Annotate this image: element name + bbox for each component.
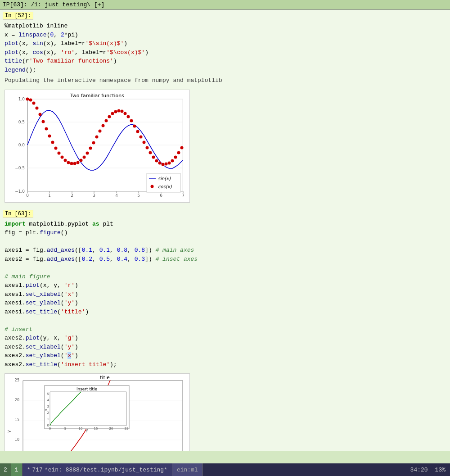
svg-text:x: x <box>44 408 48 411</box>
svg-point-72 <box>155 159 158 162</box>
svg-point-61 <box>121 109 124 113</box>
svg-point-51 <box>89 146 92 150</box>
svg-point-44 <box>67 161 70 164</box>
svg-point-59 <box>114 110 117 113</box>
svg-point-32 <box>29 98 32 101</box>
plot1-svg: Two familiar functions 1.0 0.5 0 <box>5 90 189 200</box>
svg-point-55 <box>102 124 105 127</box>
cell-52: In [52]: %matplotlib inline x = linspace… <box>0 10 450 208</box>
svg-point-80 <box>180 146 184 149</box>
svg-point-62 <box>124 112 127 115</box>
svg-point-40 <box>54 146 58 150</box>
svg-point-58 <box>111 112 114 115</box>
svg-text:insert title: insert title <box>76 387 98 391</box>
svg-point-45 <box>70 162 73 165</box>
svg-text:25: 25 <box>15 378 19 382</box>
svg-text:0: 0 <box>26 193 29 198</box>
notebook[interactable]: In [52]: %matplotlib inline x = linspace… <box>0 10 450 451</box>
svg-point-63 <box>127 115 130 118</box>
svg-point-74 <box>162 163 165 166</box>
title-text: IP[63]: /1: just_testing\ [+] <box>3 1 104 8</box>
svg-text:10: 10 <box>15 438 19 442</box>
cell-code-52[interactable]: %matplotlib inline x = linspace(0, 2*pi)… <box>0 21 450 75</box>
svg-text:sin(x): sin(x) <box>158 176 171 181</box>
svg-point-77 <box>171 159 174 162</box>
svg-text:4: 4 <box>47 399 50 402</box>
svg-point-75 <box>165 162 168 165</box>
status-percent: 13% <box>435 467 446 473</box>
svg-rect-112 <box>45 385 129 429</box>
svg-text:y: y <box>6 430 11 433</box>
svg-point-37 <box>45 127 48 130</box>
svg-text:1: 1 <box>47 417 49 421</box>
svg-point-64 <box>130 119 133 122</box>
status-num2[interactable]: 1 <box>11 463 22 476</box>
status-left: 2 1 * 717 *ein: 8888/test.ipynb/just_tes… <box>0 463 203 476</box>
svg-point-73 <box>158 161 162 164</box>
title-bar: IP[63]: /1: just_testing\ [+] <box>0 0 450 10</box>
svg-text:7: 7 <box>182 193 184 198</box>
status-num1[interactable]: 2 <box>0 463 11 476</box>
svg-point-49 <box>83 155 86 159</box>
svg-text:20: 20 <box>109 427 113 431</box>
svg-point-76 <box>168 161 171 164</box>
plot2-svg: title y x 0 5 10 <box>5 374 189 451</box>
plot1-container: Two familiar functions 1.0 0.5 0 <box>4 90 190 203</box>
svg-point-71 <box>152 155 155 159</box>
svg-point-53 <box>95 135 99 138</box>
cell-code-63[interactable]: import matplotlib.pyplot as plt fig = pl… <box>0 219 450 370</box>
svg-point-56 <box>105 119 108 122</box>
svg-point-43 <box>64 159 67 162</box>
svg-text:10: 10 <box>79 427 83 431</box>
svg-text:−1.0: −1.0 <box>15 189 25 194</box>
svg-point-60 <box>117 109 121 112</box>
svg-point-57 <box>108 115 111 118</box>
status-mode: ein:ml <box>172 463 203 476</box>
plot2-container: title y x 0 5 10 <box>4 373 190 451</box>
svg-text:25: 25 <box>125 427 129 431</box>
svg-point-54 <box>99 129 102 132</box>
svg-text:2: 2 <box>47 411 49 415</box>
svg-point-36 <box>42 120 45 123</box>
cell-label-63[interactable]: In [63]: <box>3 210 33 218</box>
svg-text:5: 5 <box>137 193 140 198</box>
svg-text:5: 5 <box>64 427 66 431</box>
svg-point-31 <box>26 97 29 100</box>
svg-text:0.5: 0.5 <box>18 120 25 124</box>
svg-text:5: 5 <box>47 392 49 396</box>
svg-text:Two familiar functions: Two familiar functions <box>70 93 124 99</box>
svg-point-69 <box>146 146 149 149</box>
svg-point-46 <box>73 162 76 165</box>
svg-point-78 <box>174 155 177 159</box>
svg-text:title: title <box>100 375 110 381</box>
svg-text:20: 20 <box>15 398 19 402</box>
svg-point-65 <box>133 124 136 127</box>
cell-output-52: Populating the interactive namespace fro… <box>0 75 450 86</box>
svg-text:3: 3 <box>47 405 49 408</box>
svg-text:6: 6 <box>160 193 162 198</box>
svg-point-84 <box>151 185 154 188</box>
svg-text:0.0: 0.0 <box>18 143 25 147</box>
svg-text:3: 3 <box>93 193 95 198</box>
svg-point-35 <box>39 113 42 116</box>
svg-text:cos(x): cos(x) <box>158 184 172 189</box>
svg-text:15: 15 <box>94 427 98 431</box>
svg-point-79 <box>177 151 180 154</box>
svg-point-70 <box>149 151 152 154</box>
svg-point-50 <box>86 151 89 154</box>
status-bar: 2 1 * 717 *ein: 8888/test.ipynb/just_tes… <box>0 463 450 476</box>
svg-point-34 <box>36 106 39 109</box>
svg-point-67 <box>140 135 143 138</box>
svg-point-38 <box>48 134 51 137</box>
svg-text:0: 0 <box>49 427 51 431</box>
svg-text:y: y <box>86 428 88 432</box>
cell-label-52[interactable]: In [52]: <box>3 12 33 20</box>
svg-text:−0.5: −0.5 <box>15 166 25 170</box>
svg-point-33 <box>32 101 36 104</box>
svg-text:4: 4 <box>115 193 118 198</box>
svg-point-48 <box>80 159 83 162</box>
status-filename: * 717 *ein: 8888/test.ipynb/just_testing… <box>22 463 172 476</box>
svg-text:1: 1 <box>48 193 51 198</box>
svg-point-68 <box>143 141 146 144</box>
svg-text:2: 2 <box>71 193 73 198</box>
